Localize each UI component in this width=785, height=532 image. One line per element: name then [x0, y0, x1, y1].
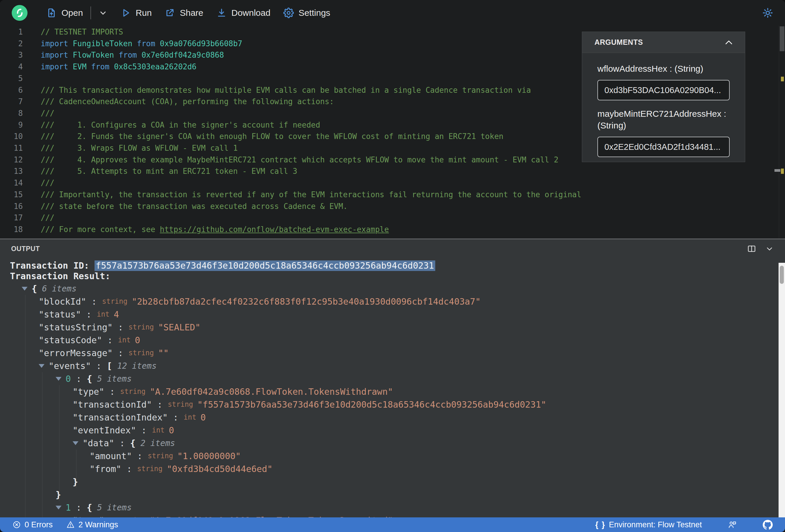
- code-token: 0x9a0766d93b6608b7: [160, 39, 242, 48]
- code-token: /// 2. Funds the signer's COA with enoug…: [41, 132, 503, 141]
- arguments-panel-header[interactable]: ARGUMENTS: [582, 32, 745, 53]
- json-type-label: string: [102, 297, 132, 305]
- code-link[interactable]: https://github.com/onflow/batched-evm-ex…: [160, 225, 389, 234]
- json-value: "0xfd3b4cd50d44e6ed": [167, 464, 273, 474]
- json-tree-row: "data" : { 2 items: [10, 437, 773, 450]
- json-bracket: {: [32, 283, 37, 294]
- expander-arrow-icon[interactable]: [56, 377, 61, 381]
- output-scrollbar-track[interactable]: [779, 263, 785, 517]
- code-token: /// Importantly, the transaction is reve…: [41, 190, 581, 199]
- json-type-label: int: [97, 310, 114, 319]
- editor-scrollbar-thumb[interactable]: [780, 26, 784, 51]
- chevron-up-icon[interactable]: [725, 40, 733, 45]
- line-number: 6: [0, 84, 23, 96]
- output-scrollbar-thumb[interactable]: [780, 266, 784, 284]
- code-token: from: [91, 62, 114, 71]
- theme-toggle-button[interactable]: [762, 7, 773, 19]
- code-line: 18/// For more context, see https://gith…: [0, 224, 785, 235]
- json-separator: :: [71, 503, 86, 513]
- download-button-label: Download: [231, 8, 271, 18]
- code-token: /// 4. Approves the example MaybeMintERC…: [41, 155, 558, 164]
- expander-arrow-icon[interactable]: [39, 364, 45, 368]
- json-value: "A.7e60df042a9c0868.FlowToken.TokensWith…: [150, 386, 393, 397]
- expander-arrow-icon[interactable]: [56, 506, 61, 509]
- arguments-title: ARGUMENTS: [594, 38, 643, 47]
- json-tree-row: 0 : { 5 items: [10, 372, 773, 385]
- argument-input-maybeMintERC721AddressHex[interactable]: [598, 137, 730, 157]
- json-tree-row: "status" : int 4: [10, 308, 773, 321]
- github-link[interactable]: [763, 520, 773, 530]
- json-type-label: int: [152, 426, 169, 434]
- json-separator: :: [86, 297, 102, 307]
- code-token: // TESTNET IMPORTS: [41, 27, 123, 36]
- json-close-row: }: [10, 475, 773, 488]
- editor-scrollbar-track: [779, 26, 779, 238]
- json-value: 4: [113, 309, 119, 320]
- json-key: "blockId": [39, 297, 86, 307]
- run-button[interactable]: Run: [120, 8, 152, 18]
- json-separator: :: [121, 464, 137, 474]
- json-index: 0: [66, 374, 71, 384]
- json-key: "errorMessage": [39, 348, 113, 358]
- expander-arrow-icon[interactable]: [22, 287, 27, 290]
- expander-arrow-icon[interactable]: [73, 441, 78, 445]
- play-icon: [120, 8, 131, 18]
- json-tree-row: 1 : { 5 items: [10, 501, 773, 514]
- json-bracket: {: [130, 438, 136, 448]
- code-token: 0x7e60df042a9c0868: [142, 51, 224, 59]
- json-key: "statusString": [39, 322, 113, 332]
- feedback-button[interactable]: [728, 520, 737, 529]
- code-token: /// state before the transaction was exe…: [41, 202, 348, 211]
- open-button-label: Open: [61, 8, 83, 18]
- line-number: 11: [0, 143, 23, 154]
- open-dropdown-button[interactable]: [99, 8, 107, 17]
- chevron-down-icon[interactable]: [765, 244, 774, 253]
- json-tree-row: { 6 items: [10, 282, 773, 295]
- output-content: Transaction ID: f557a1573b76aa53e73d46f3…: [10, 260, 773, 517]
- line-number: 9: [0, 119, 23, 131]
- warning-triangle-icon: [66, 520, 75, 529]
- output-title: OUTPUT: [11, 245, 40, 253]
- settings-button[interactable]: Settings: [283, 8, 330, 18]
- download-icon: [216, 8, 227, 18]
- line-number: 12: [0, 154, 23, 166]
- json-tree-row: "statusCode" : int 0: [10, 334, 773, 347]
- error-circle-icon: [12, 520, 21, 529]
- code-token: import: [41, 62, 73, 71]
- json-item-count: 6 items: [37, 284, 77, 294]
- warnings-count: 2 Warnings: [78, 520, 118, 529]
- errors-count: 0 Errors: [25, 520, 53, 529]
- output-header: OUTPUT: [0, 239, 785, 258]
- argument-input-wflowAddressHex[interactable]: [598, 80, 730, 100]
- code-token: /// CadenceOwnedAccount (COA), performin…: [41, 97, 334, 106]
- download-button[interactable]: Download: [216, 8, 271, 18]
- errors-status[interactable]: 0 Errors: [12, 520, 53, 529]
- environment-status[interactable]: { } Environment: Flow Testnet: [595, 520, 702, 529]
- arguments-body: wflowAddressHex : (String) maybeMintERC7…: [582, 53, 745, 165]
- transaction-id-value[interactable]: f557a1573b76aa53e73d46f3e10d200d5c18a653…: [95, 260, 435, 271]
- line-number: 8: [0, 108, 23, 119]
- github-icon: [763, 520, 773, 530]
- open-button[interactable]: Open: [46, 8, 83, 18]
- json-close-row: }: [10, 488, 773, 501]
- json-type-label: string: [148, 452, 177, 460]
- code-token: /// 1. Configures a COA in the signer's …: [41, 121, 320, 129]
- code-line: 13/// 5. Attempts to mint an ERC721 toke…: [0, 166, 785, 177]
- warnings-status[interactable]: 2 Warnings: [66, 520, 118, 529]
- code-token: import: [41, 51, 73, 59]
- line-number: 10: [0, 131, 23, 143]
- json-key: "type": [73, 386, 104, 397]
- json-separator: :: [136, 425, 152, 435]
- line-number: 3: [0, 49, 23, 61]
- flow-logo[interactable]: [12, 5, 27, 21]
- sun-icon: [762, 7, 773, 19]
- share-button[interactable]: Share: [164, 8, 203, 18]
- json-separator: :: [102, 335, 118, 345]
- json-key: "eventIndex": [73, 425, 136, 435]
- json-separator: :: [104, 515, 120, 518]
- transaction-id-line: Transaction ID: f557a1573b76aa53e73d46f3…: [10, 260, 773, 271]
- json-close-bracket: }: [73, 476, 78, 487]
- code-token: FlowToken: [73, 51, 119, 59]
- split-panes-icon[interactable]: [747, 244, 756, 253]
- json-tree-row: "events" : [ 12 items: [10, 359, 773, 372]
